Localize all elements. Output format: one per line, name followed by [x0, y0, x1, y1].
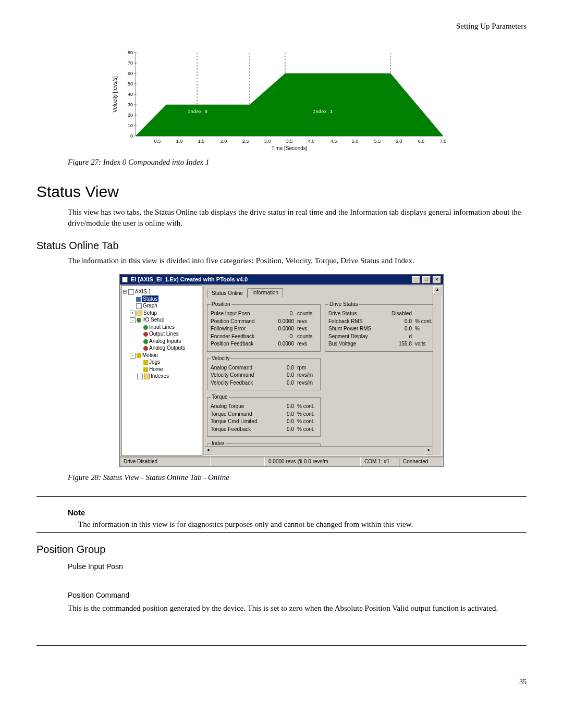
row-label: Drive Status — [328, 310, 386, 318]
svg-text:0.5: 0.5 — [154, 139, 161, 144]
tree-item-label: Motion — [142, 352, 158, 358]
note-text: The information in this view is for diag… — [78, 519, 527, 530]
tree-item[interactable]: +Indexes — [123, 373, 201, 380]
row-unit — [415, 310, 435, 318]
figure-27-caption: Figure 27: Index 0 Compounded into Index… — [68, 157, 527, 168]
tree-item[interactable]: Input Lines — [123, 324, 201, 331]
row-unit: % cont. — [415, 318, 435, 326]
svg-text:50: 50 — [128, 81, 133, 87]
row-value: 0.0000 — [268, 325, 297, 333]
row-value: 0. — [268, 310, 297, 318]
row-unit: volts — [415, 340, 435, 348]
row-unit: % — [415, 325, 435, 333]
tree-item-icon — [144, 374, 150, 379]
tree-item[interactable]: Home — [123, 366, 201, 373]
tree-item-label: Jogs — [149, 359, 160, 365]
scroll-right-icon[interactable]: ► — [425, 447, 433, 455]
svg-text:1.0: 1.0 — [176, 139, 183, 144]
row-label: Torque Command — [211, 411, 268, 418]
svg-text:3.0: 3.0 — [264, 139, 271, 144]
tree-item-icon — [137, 353, 141, 358]
row-label: Pulse Input Posn — [211, 310, 268, 318]
ptools-window: Ei [AXIS_EI_1.Ex] Created with PTools v4… — [119, 274, 444, 467]
svg-text:6.0: 6.0 — [396, 139, 402, 144]
tree-item-label: Input Lines — [149, 324, 175, 330]
tree-item[interactable]: Graph — [123, 302, 201, 310]
svg-text:80: 80 — [128, 50, 133, 55]
row-value: 0.0 — [268, 411, 297, 418]
row-value: 0.0 — [268, 372, 297, 379]
tree-item[interactable]: -I/O Setup — [123, 316, 201, 324]
tree-item-label: I/O Setup — [142, 317, 164, 323]
svg-text:Index 1: Index 1 — [313, 109, 333, 115]
row-label: Velocity Command — [211, 372, 268, 379]
status-drive: Drive Disabled — [120, 457, 211, 466]
status-row: Velocity Command0.0revs/m — [211, 372, 317, 379]
svg-text:3.5: 3.5 — [286, 139, 293, 144]
tree-item[interactable]: Status — [123, 295, 201, 303]
row-value: 0.0 — [386, 318, 415, 326]
tree-item[interactable]: Analog Inputs — [123, 338, 201, 345]
group-velocity: Velocity Analog Command0.0rpmVelocity Co… — [207, 355, 321, 391]
svg-text:5.5: 5.5 — [374, 139, 381, 144]
maximize-icon[interactable]: □ — [422, 276, 431, 283]
tree-item[interactable]: -Motion — [123, 352, 201, 359]
tree-item-label: Output Lines — [149, 331, 179, 337]
tree-item-icon — [136, 297, 141, 302]
svg-text:1.5: 1.5 — [198, 139, 205, 144]
scroll-up-icon[interactable]: ▲ — [433, 286, 442, 294]
tab-status-online[interactable]: Status Online — [207, 289, 248, 298]
figure-28-caption: Figure 28: Status View - Status Online T… — [68, 472, 527, 483]
svg-text:20: 20 — [128, 113, 133, 118]
tree-item-label: Analog Outputs — [149, 345, 185, 351]
row-label: Velocity Feedback — [211, 379, 268, 387]
tree-item-icon — [143, 367, 148, 372]
tree-item[interactable]: Jogs — [123, 359, 201, 366]
close-icon[interactable]: × — [433, 276, 441, 283]
status-connected: Connected — [399, 457, 443, 466]
label-pulse-input-posn: Pulse Input Posn — [68, 562, 527, 572]
row-unit: % cont. — [297, 426, 317, 434]
tree-item-icon — [143, 360, 148, 365]
row-value: 0.0 — [268, 418, 297, 426]
tree-item[interactable]: Output Lines — [123, 330, 201, 338]
nav-tree[interactable]: ⊟ AXIS 1 StatusGraph+Setup-I/O SetupInpu… — [121, 286, 202, 455]
tree-item-label: Setup — [143, 310, 157, 316]
row-unit: counts — [297, 310, 317, 318]
row-value: 0.0000 — [268, 318, 297, 326]
row-label: Bus Voltage — [328, 340, 386, 348]
tree-root[interactable]: ⊟ AXIS 1 — [123, 288, 201, 295]
vertical-scrollbar[interactable]: ▲ — [433, 286, 442, 447]
minimize-icon[interactable]: _ — [412, 276, 420, 283]
status-row: Following Error0.0000revs — [211, 325, 317, 333]
row-unit — [415, 333, 435, 341]
svg-text:4.5: 4.5 — [331, 139, 337, 144]
legend-torque: Torque — [211, 393, 229, 401]
tree-item[interactable]: Analog Outputs — [123, 344, 201, 352]
row-value: 0.0 — [268, 364, 297, 372]
label-position-command: Position Command — [68, 590, 527, 601]
note-heading: Note — [68, 507, 527, 518]
row-unit: % cont. — [297, 403, 317, 411]
row-label: Analog Torque — [211, 403, 268, 411]
svg-text:2.5: 2.5 — [242, 139, 249, 144]
row-value: 0.0 — [268, 403, 297, 411]
row-label: Torque Cmd Limited — [211, 418, 268, 426]
tree-item[interactable]: +Setup — [123, 310, 201, 317]
status-position: 0.0000 revs @ 0.0 revs/m — [265, 457, 361, 466]
status-com: COM 1: #1 — [361, 457, 399, 466]
tree-item-icon — [136, 303, 142, 309]
tree-item-label: Indexes — [151, 373, 169, 379]
tree-item-icon — [143, 332, 148, 337]
window-title: Ei [AXIS_EI_1.Ex] Created with PTools v4… — [131, 276, 248, 283]
row-value: 155.8 — [386, 340, 415, 348]
heading-status-view: Status View — [36, 181, 527, 203]
status-blank — [211, 457, 265, 466]
svg-text:2.0: 2.0 — [221, 139, 227, 144]
svg-text:Index 0: Index 0 — [188, 109, 207, 115]
heading-status-online-tab: Status Online Tab — [36, 238, 527, 253]
tab-information[interactable]: Information — [248, 288, 283, 297]
status-row: Segment Displayd — [328, 333, 435, 341]
scroll-left-icon[interactable]: ◄ — [204, 447, 212, 455]
horizontal-scrollbar[interactable]: ◄ ► — [204, 446, 433, 455]
